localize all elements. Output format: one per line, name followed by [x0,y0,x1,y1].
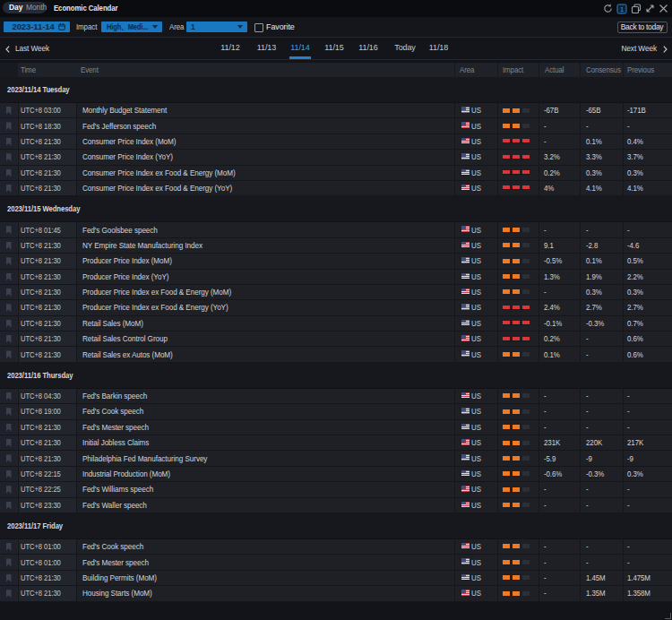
svg-text:1: 1 [620,4,624,13]
